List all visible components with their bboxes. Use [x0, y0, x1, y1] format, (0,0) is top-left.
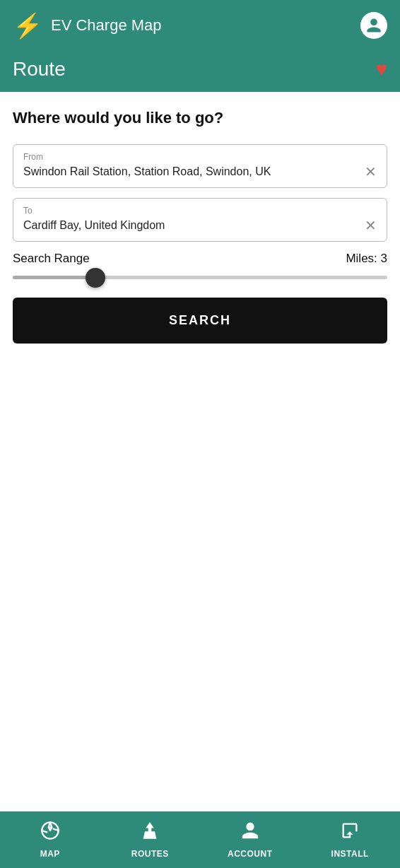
- range-value: Miles: 3: [346, 252, 387, 266]
- slider-fill: [13, 276, 95, 279]
- nav-item-account[interactable]: ACCOUNT: [200, 821, 300, 859]
- bolt-icon: ⚡: [13, 13, 42, 37]
- nav-label-routes: ROUTES: [131, 849, 169, 859]
- to-input-value[interactable]: Cardiff Bay, United Kingdom: [23, 219, 359, 232]
- slider-thumb[interactable]: [86, 268, 105, 288]
- nav-label-install: INSTALL: [331, 849, 369, 859]
- nav-label-account: ACCOUNT: [228, 849, 273, 859]
- route-page-title: Route: [13, 58, 66, 81]
- favorite-heart-button[interactable]: ♥: [375, 58, 387, 81]
- nav-label-map: MAP: [40, 849, 60, 859]
- to-label: To: [23, 206, 377, 216]
- app-title: EV Charge Map: [51, 16, 162, 35]
- range-slider-container[interactable]: [13, 276, 387, 279]
- map-icon: [40, 821, 60, 845]
- account-avatar-button[interactable]: [360, 12, 387, 39]
- nav-item-routes[interactable]: ROUTES: [100, 821, 201, 859]
- nav-item-install[interactable]: INSTALL: [300, 821, 401, 859]
- from-clear-button[interactable]: ✕: [359, 163, 377, 180]
- app-bar: ⚡ EV Charge Map: [0, 0, 400, 51]
- search-button[interactable]: SEARCH: [13, 298, 387, 344]
- to-input-group: To Cardiff Bay, United Kingdom ✕: [13, 198, 387, 242]
- from-label: From: [23, 152, 377, 162]
- from-input-value[interactable]: Swindon Rail Station, Station Road, Swin…: [23, 165, 359, 178]
- bottom-nav: MAP ROUTES ACCOUNT INSTALL: [0, 811, 400, 868]
- to-clear-button[interactable]: ✕: [359, 217, 377, 234]
- main-content: Where would you like to go? From Swindon…: [0, 92, 400, 811]
- from-input-group: From Swindon Rail Station, Station Road,…: [13, 144, 387, 188]
- range-label: Search Range: [13, 252, 90, 266]
- page-heading: Where would you like to go?: [13, 109, 387, 127]
- install-icon: [340, 821, 360, 845]
- account-icon: [240, 821, 260, 845]
- to-input-row: Cardiff Bay, United Kingdom ✕: [23, 217, 377, 234]
- nav-item-map[interactable]: MAP: [0, 821, 100, 859]
- app-bar-left: ⚡ EV Charge Map: [13, 13, 162, 37]
- route-bar: Route ♥: [0, 51, 400, 92]
- slider-track[interactable]: [13, 276, 387, 279]
- range-header: Search Range Miles: 3: [13, 252, 387, 266]
- routes-icon: [140, 821, 160, 845]
- from-input-row: Swindon Rail Station, Station Road, Swin…: [23, 163, 377, 180]
